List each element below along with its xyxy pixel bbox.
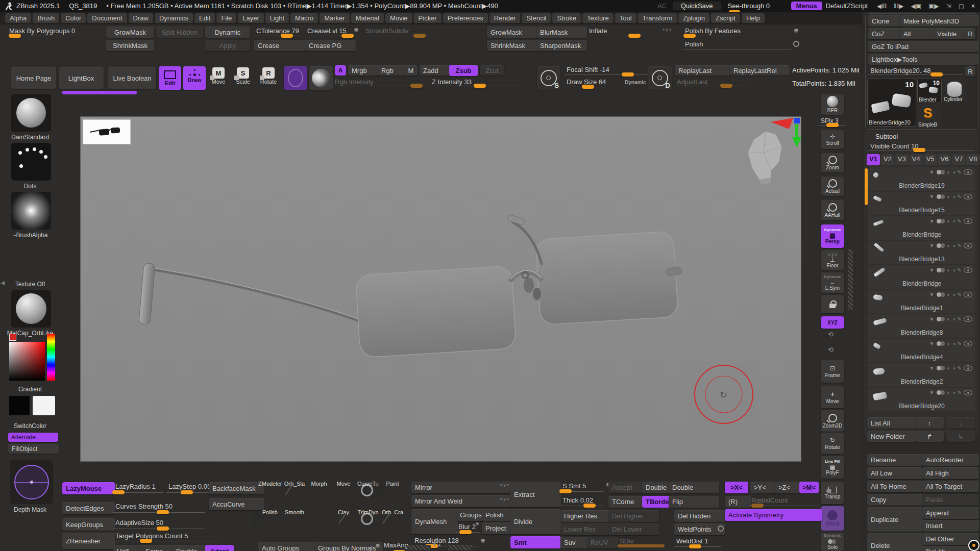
current-material-sphere[interactable] <box>309 66 333 90</box>
color-indicator-swatch[interactable] <box>9 334 16 341</box>
switch-color-button[interactable]: SwitchColor <box>0 422 60 430</box>
goz-all-button[interactable]: All <box>900 28 935 39</box>
all-high-button[interactable]: All High <box>922 467 979 479</box>
brush-move[interactable]: Move <box>332 481 355 487</box>
shelf-scrollbar[interactable] <box>407 545 431 550</box>
brush-orb-sla[interactable]: Orb_Sla <box>283 481 306 487</box>
thick-slider[interactable]: Thick 0.02 <box>560 496 604 508</box>
brush-zmodeler[interactable]: ZModeler <box>258 481 282 487</box>
transp-button[interactable]: Transp <box>821 482 844 504</box>
visibility-eye-icon[interactable] <box>964 292 972 297</box>
subtool-row[interactable]: ▼◐◑✎ BlenderBridge4 <box>868 339 975 362</box>
new-folder-button[interactable]: New Folder <box>867 431 916 442</box>
lsym-button[interactable]: Dynamic ↔ L.Sym <box>821 272 844 293</box>
menus-button[interactable]: Menus <box>791 2 822 10</box>
menu-alpha[interactable]: Alpha <box>5 13 31 23</box>
contrast-icon[interactable]: ◑ <box>952 194 956 199</box>
unfold-icon[interactable]: ▼ <box>929 390 935 395</box>
persp-button[interactable]: Dynamic ▦ Persp <box>821 224 844 248</box>
minimize-icon[interactable]: ⇲ <box>946 3 951 10</box>
adapt-button[interactable]: Adapt <box>205 545 234 551</box>
detect-edges-button[interactable]: DetectEdges <box>62 502 115 514</box>
see-through-slider[interactable]: See-through 0 <box>728 2 788 10</box>
brush-orb-cra[interactable]: Orb_Cra <box>381 509 404 515</box>
tborde-button[interactable]: TBorde <box>642 496 670 508</box>
subtool-row[interactable]: ▼◐◑✎ BlenderBridge1 <box>868 290 975 313</box>
mask-by-polygroups-slider[interactable]: Mask By Polygroups 0 <box>7 27 114 38</box>
contrast-icon[interactable]: ◑ <box>952 390 956 395</box>
extract-button[interactable]: Extract <box>510 482 561 507</box>
keep-groups-button[interactable]: KeepGroups <box>62 518 115 531</box>
smoothsubdiv-slider[interactable]: SmoothSubdiv <box>363 27 439 38</box>
accept-button[interactable]: Accept <box>608 482 644 493</box>
polypaint-icon[interactable] <box>937 366 941 370</box>
solo-button[interactable]: Dynamic Solo <box>821 533 844 551</box>
divider-right-icon[interactable]: ‖‖▶ <box>894 3 903 10</box>
uv-icon[interactable]: ◐ <box>947 194 951 199</box>
blurmask-button[interactable]: BlurMask <box>536 27 587 38</box>
menu-stencil[interactable]: Stencil <box>522 13 551 23</box>
unfold-icon[interactable]: ▼ <box>929 218 935 224</box>
z-intensity-slider[interactable]: Z Intensity 33 <box>430 78 521 88</box>
append-button[interactable]: Append <box>922 507 979 519</box>
brush-edit-icon[interactable]: ✎ <box>958 365 962 371</box>
dynamesh-polish-button[interactable]: Polish <box>482 509 512 521</box>
brush-clay[interactable]: Clay <box>332 509 355 515</box>
sym-r-button[interactable]: (R) <box>725 496 751 508</box>
contrast-icon[interactable]: ◑ <box>952 169 956 175</box>
tool-r-button[interactable]: R <box>965 66 975 77</box>
make-polymesh3d-button[interactable]: Make PolyMesh3D <box>900 15 979 27</box>
brush-edit-icon[interactable]: ✎ <box>958 341 962 346</box>
visibility-eye-icon[interactable] <box>964 267 972 273</box>
frame-button[interactable]: ⊡ Frame <box>821 360 844 383</box>
polypaint-icon[interactable] <box>937 194 941 199</box>
visibility-eye-icon[interactable] <box>964 194 972 199</box>
brush-edit-icon[interactable]: ✎ <box>958 169 962 175</box>
local-lock-button[interactable] <box>821 295 844 313</box>
duplicate-button[interactable]: Duplicate <box>867 507 923 532</box>
half-button[interactable]: Half <box>113 545 143 551</box>
current-alpha-thumb[interactable] <box>11 192 51 230</box>
menu-macro[interactable]: Macro <box>290 13 318 23</box>
s-smt-slider[interactable]: S Smt 5 <box>560 482 604 493</box>
stroke-ellipse-button[interactable] <box>284 66 307 90</box>
unfold-icon[interactable]: ▼ <box>929 316 935 322</box>
accucurve-button[interactable]: AccuCurve <box>209 498 264 510</box>
rgb-button[interactable]: Rgb <box>378 65 406 76</box>
main-color-swatch[interactable] <box>9 396 30 415</box>
menu-document[interactable]: Document <box>87 13 127 23</box>
polypaint-icon[interactable] <box>937 341 941 346</box>
adjust-last-slider[interactable]: AdjustLast <box>675 78 750 88</box>
polypaint-icon[interactable] <box>937 170 941 174</box>
menu-color[interactable]: Color <box>61 13 86 23</box>
weld-points-button[interactable]: WeldPoints <box>674 523 725 535</box>
restore-icon[interactable]: ▢ <box>959 3 964 10</box>
tab-v6[interactable]: V6 <box>938 154 951 165</box>
groups-button[interactable]: Groups <box>456 509 483 521</box>
menu-texture[interactable]: Texture <box>582 13 614 23</box>
menu-edit[interactable]: Edit <box>194 13 215 23</box>
polish-by-features-slider[interactable]: Polish By Features <box>683 27 791 38</box>
tool-thumb-cylinder[interactable]: Cylinder <box>943 79 966 102</box>
unfold-icon[interactable]: ▼ <box>929 292 935 297</box>
lower-res-button[interactable]: Lower Res <box>560 523 610 535</box>
tcorne-button[interactable]: TCorne <box>608 496 644 508</box>
subtool-row[interactable]: ▼◐◑✎ BlenderBridge <box>868 216 975 240</box>
unfold-icon[interactable]: ▼ <box>929 365 935 371</box>
subtool-row[interactable]: ▼◐◑✎ BlenderBridge8 <box>868 314 975 338</box>
tab-v1[interactable]: V1 <box>867 154 880 165</box>
target-polygons-slider[interactable]: Target Polygons Count 5 <box>113 532 222 543</box>
polypaint-icon[interactable] <box>937 243 941 248</box>
polish-slider[interactable]: Polish <box>683 40 791 51</box>
document-canvas[interactable]: ↻ <box>80 116 801 462</box>
mrgb-button[interactable]: Mrgb <box>348 65 379 76</box>
xyz-button[interactable]: XYZ <box>821 316 844 329</box>
divider-left-icon[interactable]: ◀‖‖ <box>877 3 887 10</box>
shrinkmask2-button[interactable]: ShrinkMask <box>487 40 537 51</box>
polypaint-icon[interactable] <box>937 219 941 223</box>
draw-mode-button[interactable]: Draw <box>183 66 206 90</box>
backface-mask-button[interactable]: BackfaceMask <box>209 482 264 494</box>
weld-dist-slider[interactable]: WeldDist 1 <box>674 537 721 548</box>
layout-right-icon[interactable]: ▣▶ <box>928 3 939 10</box>
draw-size-dynamic-tag[interactable]: Dynamic <box>625 81 646 85</box>
